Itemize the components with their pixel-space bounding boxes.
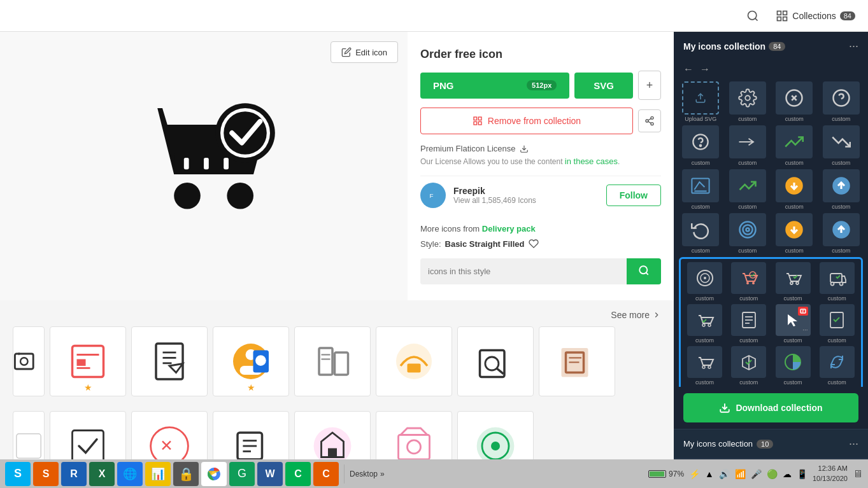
- panel-icon-cart-orange[interactable]: custom: [728, 262, 769, 302]
- panel-icon-box-check[interactable]: custom: [728, 346, 769, 386]
- tray-wifi[interactable]: ▲: [705, 469, 714, 479]
- order-title: Order free icon: [420, 48, 661, 61]
- panel-icon-cart-check[interactable]: custom: [772, 262, 814, 302]
- upload-svg-item[interactable]: Upload SVG: [679, 81, 723, 122]
- panel-icon-gear[interactable]: custom: [726, 81, 770, 122]
- panel-back-arrow[interactable]: ←: [683, 64, 694, 75]
- taskbar-gapps[interactable]: G: [229, 462, 255, 486]
- tray-notification[interactable]: 🖥: [853, 468, 863, 480]
- svg-point-102: [796, 282, 799, 284]
- tray-app6[interactable]: ☁: [783, 469, 792, 479]
- icon-thumb-1[interactable]: $: [13, 326, 45, 396]
- icon-thumb-7[interactable]: [457, 326, 534, 396]
- panel-icon-up-arrow[interactable]: custom: [820, 169, 864, 210]
- svg-point-45: [255, 355, 266, 366]
- taskbar-skype[interactable]: S: [5, 462, 31, 486]
- panel-icon-x[interactable]: custom: [772, 81, 816, 122]
- panel-icon-recycle[interactable]: custom: [679, 213, 723, 254]
- panel-icon-trend2[interactable]: custom: [726, 169, 770, 210]
- follow-button[interactable]: Follow: [606, 185, 661, 206]
- license-link[interactable]: in these cases: [565, 157, 618, 166]
- style-search-button[interactable]: [627, 258, 661, 284]
- tray-network[interactable]: 📶: [735, 469, 746, 479]
- panel-icon-upload2[interactable]: custom: [820, 213, 864, 254]
- taskbar-desktop-label[interactable]: Desktop: [350, 470, 378, 478]
- icon-thumb-8[interactable]: [539, 326, 615, 396]
- svg-rect-68: [328, 449, 337, 457]
- collection-more-1[interactable]: ···: [849, 437, 858, 450]
- svg-rect-47: [335, 352, 348, 375]
- icon-thumb-4[interactable]: ★: [213, 326, 289, 396]
- panel-icon-trend-down[interactable]: custom: [820, 125, 864, 166]
- tray-app5[interactable]: 🟢: [767, 469, 778, 479]
- search-button[interactable]: [743, 6, 763, 26]
- see-more-row: See more: [13, 310, 661, 320]
- tray-app7[interactable]: 📱: [797, 469, 808, 479]
- tray-power[interactable]: ⚡: [689, 469, 700, 479]
- panel-icon-download2[interactable]: custom: [772, 213, 816, 254]
- svg-point-75: [745, 95, 750, 101]
- taskbar-app1[interactable]: S: [33, 462, 59, 486]
- taskbar-app2[interactable]: R: [61, 462, 87, 486]
- taskbar-excel[interactable]: X: [89, 462, 115, 486]
- taskbar-more[interactable]: »: [380, 470, 385, 478]
- share-button[interactable]: [638, 109, 661, 132]
- icon-thumb-6[interactable]: [376, 326, 452, 396]
- style-search-input[interactable]: [420, 258, 627, 284]
- pack-link[interactable]: Delivery pack: [482, 224, 536, 234]
- panel-icon-down-arrow[interactable]: custom: [772, 169, 816, 210]
- taskbar-app4[interactable]: C: [313, 462, 339, 486]
- icon-thumb-2[interactable]: ★: [50, 326, 126, 396]
- panel-icon-question2[interactable]: custom: [679, 125, 723, 166]
- remove-from-collection-button[interactable]: Remove from collection: [420, 108, 633, 134]
- taskbar-app3[interactable]: C: [285, 462, 311, 486]
- collection-row-1[interactable]: My icons collection 10 ···: [674, 429, 868, 459]
- svg-rect-4: [778, 17, 781, 20]
- panel-icon-target-cart[interactable]: custom: [684, 262, 725, 302]
- icon-thumb-5[interactable]: [294, 326, 371, 396]
- tray-mic[interactable]: 🎤: [751, 469, 762, 479]
- panel-icon-target[interactable]: custom: [726, 213, 770, 254]
- header: Collections 84: [0, 0, 868, 32]
- panel-icon-pie-chart[interactable]: custom: [772, 346, 814, 386]
- panel-icon-cart-return[interactable]: custom: [684, 346, 725, 386]
- see-more-button[interactable]: See more: [611, 310, 661, 320]
- panel-icon-doc-check[interactable]: custom: [816, 304, 858, 344]
- taskbar-chrome[interactable]: [201, 462, 227, 486]
- panel-icon-arrow-right[interactable]: custom: [726, 125, 770, 166]
- svg-rect-29: [15, 354, 33, 369]
- taskbar-lock[interactable]: 🔒: [173, 462, 199, 486]
- panel-icon-invoice[interactable]: custom: [728, 304, 769, 344]
- tray-sound[interactable]: 🔊: [719, 469, 730, 479]
- icons-first-row: $ ★ ★: [13, 326, 661, 396]
- svg-download-button[interactable]: SVG: [574, 73, 633, 99]
- panel-icon-chart1[interactable]: custom: [679, 169, 723, 210]
- svg-rect-5: [783, 17, 787, 20]
- panel-more-button[interactable]: ···: [849, 39, 858, 53]
- panel-icon-delivery-check[interactable]: custom: [816, 262, 858, 302]
- panel-forward-arrow[interactable]: →: [700, 64, 710, 75]
- download-collection-button[interactable]: Download collection: [683, 393, 858, 422]
- png-download-button[interactable]: PNG 512px: [420, 73, 569, 99]
- panel-icon-cursor[interactable]: ··· custom: [772, 304, 814, 344]
- author-name: Freepik: [453, 186, 599, 196]
- panel-icon-question[interactable]: custom: [820, 81, 864, 122]
- collections-panel: My icons collection 84 ··· ← →: [674, 32, 868, 488]
- svg-rect-10: [204, 158, 209, 169]
- taskbar-word[interactable]: W: [257, 462, 283, 486]
- taskbar-date: 10/13/2020: [813, 474, 848, 484]
- license-text: Premium Flaticon License: [420, 144, 661, 153]
- edit-icon-label: Edit icon: [355, 48, 387, 57]
- taskbar-powerbi[interactable]: 📊: [145, 462, 171, 486]
- svg-rect-17: [474, 122, 477, 125]
- edit-icon-button[interactable]: Edit icon: [331, 41, 398, 63]
- license-sub: Our License Allows you to use the conten…: [420, 157, 562, 166]
- panel-icon-trend-up[interactable]: custom: [772, 125, 816, 166]
- collections-button[interactable]: Collections 84: [776, 10, 855, 22]
- taskbar-ie[interactable]: 🌐: [117, 462, 143, 486]
- icon-thumb-3[interactable]: [131, 326, 208, 396]
- more-options-button[interactable]: +: [638, 71, 661, 100]
- style-link[interactable]: Basic Straight Filled: [445, 239, 525, 249]
- panel-icon-cart-check2[interactable]: custom: [684, 304, 725, 344]
- panel-icon-refresh[interactable]: custom: [816, 346, 858, 386]
